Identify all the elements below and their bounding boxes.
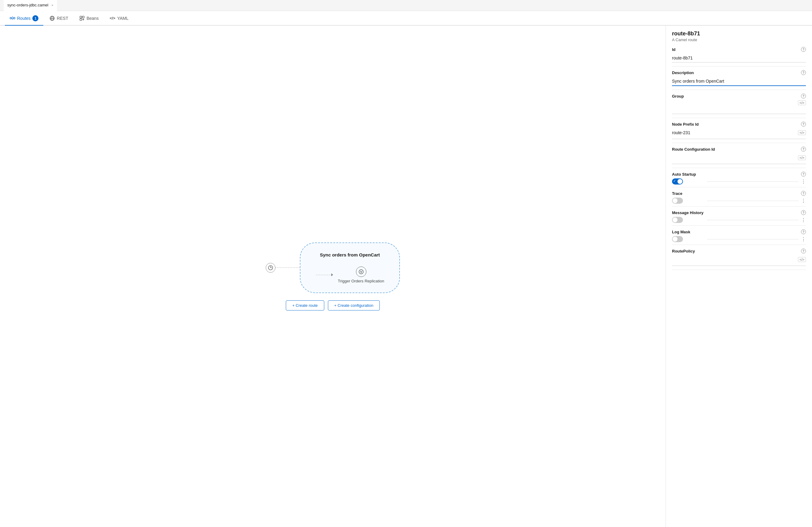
trace-label: Trace [672, 191, 682, 196]
lm-more-icon[interactable]: ⋮ [801, 236, 806, 242]
mh-content: ⋮ [672, 217, 806, 223]
lm-toggle-area [672, 236, 683, 242]
lm-label-row: Log Mask ? [672, 229, 806, 234]
field-id-label: Id [672, 47, 676, 52]
mh-help-icon[interactable]: ? [801, 210, 806, 215]
field-id: Id ? [672, 47, 806, 67]
trace-more-icon[interactable]: ⋮ [801, 198, 806, 204]
rp-help-icon[interactable]: ? [801, 249, 806, 253]
routes-tab-label: Routes [17, 16, 30, 21]
svg-rect-10 [80, 19, 82, 20]
tab-yaml[interactable]: </> YAML [105, 11, 133, 26]
tab-rest[interactable]: REST [45, 11, 73, 26]
route-container: Sync orders from OpenCart [266, 243, 400, 310]
field-route-config-id: Route Configuration Id ? </> [672, 147, 806, 168]
trigger-group[interactable]: Trigger Orders Replication [338, 266, 385, 283]
svg-point-16 [359, 269, 363, 274]
auto-startup-label-row: Auto Startup ? [672, 172, 806, 177]
field-group-label-row: Group ? [672, 93, 806, 99]
svg-rect-1 [13, 17, 15, 19]
group-input[interactable] [672, 105, 806, 114]
route-policy-input[interactable] [672, 255, 798, 264]
create-route-button[interactable]: + Create route [286, 301, 324, 310]
auto-startup-toggle[interactable] [672, 178, 683, 185]
field-rcid-label-row: Route Configuration Id ? [672, 147, 806, 151]
field-id-label-row: Id ? [672, 47, 806, 52]
log-mask-label: Log Mask [672, 230, 690, 234]
id-help-icon[interactable]: ? [801, 47, 806, 52]
rp-label-row: RoutePolicy ? [672, 249, 806, 253]
id-input[interactable] [672, 54, 806, 62]
route-policy-label: RoutePolicy [672, 249, 695, 253]
rcid-code-icon[interactable]: </> [798, 155, 806, 160]
connector-wire [275, 267, 300, 268]
rest-tab-label: REST [57, 16, 68, 21]
field-desc-label-row: Description ? [672, 70, 806, 75]
auto-startup-toggle-area [672, 178, 683, 185]
route-buttons: + Create route + Create configuration [286, 301, 380, 310]
trace-help-icon[interactable]: ? [801, 191, 806, 196]
trace-toggle-area [672, 197, 683, 204]
routes-icon [10, 16, 15, 21]
trace-label-row: Trace ? [672, 191, 806, 196]
panel-route-name: route-8b71 [672, 30, 806, 37]
group-code-icon[interactable]: </> [798, 100, 806, 105]
auto-startup-label: Auto Startup [672, 172, 696, 177]
auto-startup-more-icon[interactable]: ⋮ [801, 179, 806, 185]
clock-icon[interactable] [266, 263, 275, 273]
tab-beans[interactable]: Beans [74, 11, 104, 26]
canvas-area: Sync orders from OpenCart [0, 26, 666, 527]
route-config-id-input[interactable] [672, 153, 798, 162]
route-node[interactable]: Sync orders from OpenCart [300, 243, 400, 293]
field-message-history: Message History ? ⋮ [672, 210, 806, 226]
field-desc-label: Description [672, 71, 694, 75]
lm-content: ⋮ [672, 236, 806, 242]
trigger-icon[interactable] [356, 266, 366, 277]
npid-code-icon[interactable]: </> [798, 130, 806, 135]
routes-badge: 1 [32, 15, 39, 21]
field-description: Description ? [672, 70, 806, 90]
yaml-tab-label: YAML [117, 16, 128, 21]
panel-route-subtitle: A Camel route [672, 38, 806, 42]
trace-toggle[interactable] [672, 197, 683, 204]
file-tab-label: sync-orders-jdbc.camel [7, 3, 48, 7]
mh-label-row: Message History ? [672, 210, 806, 215]
svg-rect-9 [82, 16, 84, 18]
tab-close-button[interactable]: × [51, 3, 53, 7]
file-tab[interactable]: sync-orders-jdbc.camel × [4, 0, 57, 11]
node-prefix-id-input[interactable] [672, 128, 798, 137]
rp-code-icon[interactable]: </> [798, 257, 806, 262]
npid-help-icon[interactable]: ? [801, 122, 806, 127]
beans-tab-label: Beans [87, 16, 99, 21]
field-npid-label: Node Prefix Id [672, 122, 698, 127]
svg-rect-8 [80, 16, 82, 18]
field-node-prefix-id: Node Prefix Id ? </> [672, 122, 806, 143]
log-mask-toggle[interactable] [672, 236, 683, 242]
description-input[interactable] [672, 77, 806, 86]
route-node-title: Sync orders from OpenCart [316, 252, 385, 258]
trace-content: ⋮ [672, 197, 806, 204]
mh-toggle-area [672, 217, 683, 223]
route-node-content: Trigger Orders Replication [316, 266, 385, 283]
group-actions: </> [672, 100, 806, 105]
lm-help-icon[interactable]: ? [801, 229, 806, 234]
rcid-help-icon[interactable]: ? [801, 147, 806, 151]
trigger-label: Trigger Orders Replication [338, 279, 385, 283]
field-route-policy: RoutePolicy ? </> [672, 249, 806, 270]
group-help-icon[interactable]: ? [801, 93, 806, 99]
field-rcid-label: Route Configuration Id [672, 147, 715, 151]
create-config-button[interactable]: + Create configuration [328, 301, 380, 310]
message-history-label: Message History [672, 210, 704, 215]
rest-icon [49, 16, 55, 21]
field-group: Group ? </> [672, 93, 806, 118]
yaml-icon: </> [110, 16, 115, 20]
field-log-mask: Log Mask ? ⋮ [672, 229, 806, 245]
beans-icon [79, 16, 85, 21]
svg-rect-0 [10, 17, 12, 19]
mh-more-icon[interactable]: ⋮ [801, 217, 806, 223]
tab-routes[interactable]: Routes 1 [5, 11, 43, 26]
auto-startup-help-icon[interactable]: ? [801, 172, 806, 177]
message-history-toggle[interactable] [672, 217, 683, 223]
desc-help-icon[interactable]: ? [801, 70, 806, 75]
field-group-label: Group [672, 94, 684, 99]
